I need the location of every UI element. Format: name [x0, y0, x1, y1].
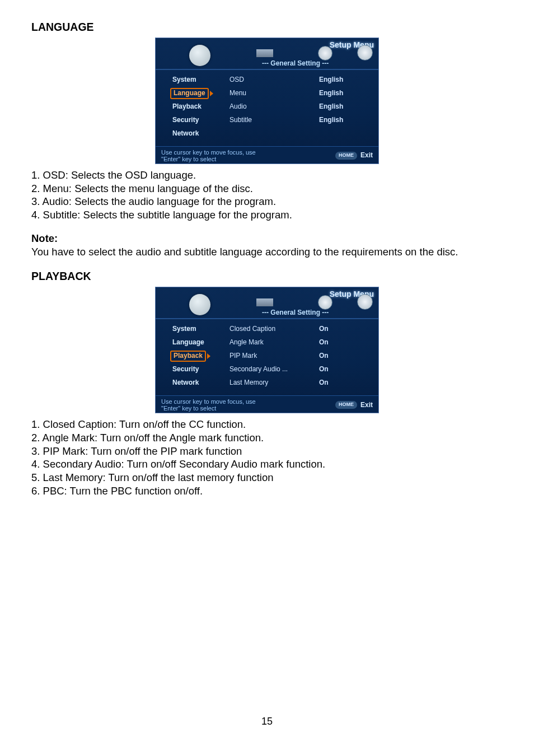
left-item[interactable]: Security [162, 116, 229, 124]
exit-label[interactable]: Exit [360, 151, 373, 160]
note-block: Note: You have to select the audio and s… [31, 232, 503, 258]
footer-hint: Use cursor key to move focus, use "Enter… [161, 398, 256, 412]
list-item: 2. Angle Mark: Turn on/off the Angle mar… [31, 431, 503, 445]
right-item: English [319, 102, 372, 111]
left-item[interactable]: System [162, 325, 229, 333]
flag-icon [256, 298, 273, 306]
home-button[interactable]: HOME [335, 401, 357, 409]
language-list: 1. OSD: Selects the OSD language. 2. Men… [31, 169, 503, 222]
home-button[interactable]: HOME [335, 152, 357, 160]
right-item: English [319, 76, 372, 84]
menu-row: Playback Audio English [162, 100, 372, 114]
mid-item[interactable]: Menu [229, 89, 319, 97]
mid-item[interactable]: Closed Caption [229, 325, 319, 333]
playback-list: 1. Closed Caption: Turn on/off the CC fu… [31, 418, 503, 497]
footer-hint-line2: "Enter" key to select [161, 405, 256, 412]
disc-icon-right [357, 45, 373, 60]
list-item: 1. OSD: Selects the OSD language. [31, 169, 503, 182]
footer-hint: Use cursor key to move focus, use "Enter… [161, 149, 256, 162]
menu-row: Playback PIP Mark On [162, 349, 372, 363]
list-item: 6. PBC: Turn the PBC function on/off. [31, 484, 503, 498]
mid-item[interactable]: Secondary Audio ... [229, 365, 319, 374]
footer-right: HOME Exit [335, 151, 373, 160]
list-item: 3. PIP Mark: Turn on/off the PIP mark fu… [31, 445, 503, 458]
disc-icon [318, 46, 332, 60]
left-item[interactable]: Network [162, 379, 229, 387]
screenshot-body: System OSD English Language Menu English… [156, 69, 378, 146]
screenshot-language-wrap: Setup Menu --- General Setting --- Syste… [31, 38, 503, 164]
screenshot-playback: Setup Menu --- General Setting --- Syste… [155, 287, 379, 413]
mid-item[interactable]: OSD [229, 76, 319, 84]
left-item[interactable]: System [162, 76, 229, 84]
mid-item[interactable]: Last Memory [229, 379, 319, 387]
left-item[interactable]: Playback [162, 102, 229, 111]
exit-label[interactable]: Exit [360, 401, 373, 409]
list-item: 3. Audio: Selects the audio language for… [31, 195, 503, 208]
note-heading: Note: [31, 232, 503, 245]
footer-hint-line2: "Enter" key to select [161, 156, 256, 162]
menu-row: Network Last Memory On [162, 376, 372, 390]
screenshot-playback-wrap: Setup Menu --- General Setting --- Syste… [31, 287, 503, 413]
note-body: You have to select the audio and subtitl… [31, 245, 503, 259]
screenshot-footer: Use cursor key to move focus, use "Enter… [156, 395, 378, 413]
section-heading-language: LANGUAGE [31, 20, 503, 34]
menu-row: Language Menu English [162, 87, 372, 100]
flag-icon [256, 49, 273, 57]
screenshot-header: --- General Setting --- [156, 38, 378, 69]
general-setting-label: --- General Setting --- [262, 309, 329, 317]
menu-row: Security Subtitle English [162, 114, 372, 127]
left-item[interactable]: Network [162, 129, 229, 138]
list-item: 1. Closed Caption: Turn on/off the CC fu… [31, 418, 503, 431]
footer-hint-line1: Use cursor key to move focus, use [161, 398, 256, 405]
right-item: On [319, 365, 372, 374]
menu-row: System OSD English [162, 73, 372, 87]
menu-row: Language Angle Mark On [162, 336, 372, 349]
right-item: English [319, 116, 372, 124]
right-item: English [319, 89, 372, 97]
general-setting-label: --- General Setting --- [262, 59, 329, 68]
mid-item[interactable]: PIP Mark [229, 352, 319, 360]
left-item[interactable]: Security [162, 365, 229, 374]
disc-icon-right [357, 294, 373, 310]
list-item: 4. Subtitle: Selects the subtitle langua… [31, 208, 503, 222]
disc-icon [318, 295, 332, 310]
mid-item[interactable]: Audio [229, 102, 319, 111]
mid-item[interactable]: Subtitle [229, 116, 319, 124]
right-item: On [319, 325, 372, 333]
globe-icon [189, 294, 210, 315]
list-item: 4. Secondary Audio: Turn on/off Secondar… [31, 458, 503, 471]
left-item-selected[interactable]: Language [170, 88, 209, 99]
footer-right: HOME Exit [335, 401, 373, 409]
menu-row: System Closed Caption On [162, 323, 372, 336]
list-item: 2. Menu: Selects the menu language of th… [31, 182, 503, 195]
footer-hint-line1: Use cursor key to move focus, use [161, 149, 256, 156]
mid-item[interactable]: Angle Mark [229, 338, 319, 347]
menu-row: Network [162, 127, 372, 141]
menu-row: Security Secondary Audio ... On [162, 363, 372, 376]
screenshot-language: Setup Menu --- General Setting --- Syste… [155, 38, 379, 164]
section-heading-playback: PLAYBACK [31, 269, 503, 283]
screenshot-footer: Use cursor key to move focus, use "Enter… [156, 146, 378, 164]
page-number: 15 [0, 715, 534, 728]
list-item: 5. Last Memory: Turn on/off the last mem… [31, 471, 503, 484]
right-item: On [319, 338, 372, 347]
right-item: On [319, 379, 372, 387]
right-item: On [319, 352, 372, 360]
globe-icon [189, 45, 210, 66]
left-item[interactable]: Language [162, 338, 229, 347]
left-item-selected[interactable]: Playback [170, 351, 206, 362]
screenshot-header: --- General Setting --- [156, 287, 378, 319]
screenshot-body: System Closed Caption On Language Angle … [156, 319, 378, 395]
